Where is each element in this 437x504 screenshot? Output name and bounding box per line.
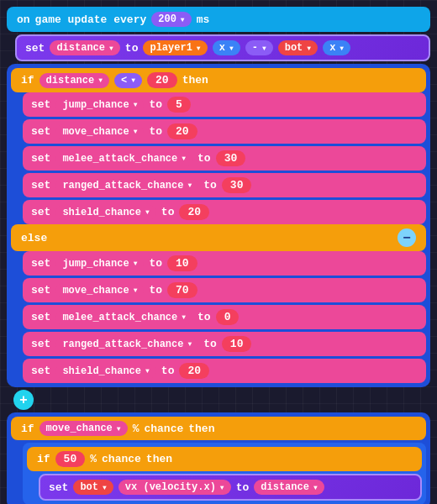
bottom-if1-pct: % — [133, 423, 140, 435]
to-label-mac2: to — [197, 311, 211, 323]
ranged-attack-chance-pill-then[interactable]: ranged_attack_chance ▼ — [55, 178, 198, 193]
else-body: set jump_chance ▼ to 10 set move_chance … — [23, 251, 426, 383]
set-label-mac1: set — [31, 152, 50, 165]
set-jump-chance-else: set jump_chance ▼ to 10 — [23, 251, 426, 276]
move-chance-pill-then[interactable]: move_chance ▼ — [55, 124, 144, 139]
axis1-dropdown-icon: ▼ — [229, 45, 234, 52]
bottom-set-distance-pill[interactable]: distance ▼ — [254, 480, 324, 495]
bottom-set-bot-pill[interactable]: bot ▼ — [73, 480, 113, 495]
set-melee-chance-then: set melee_attack_chance ▼ to 30 — [23, 146, 426, 171]
bottom-if2-chance: chance — [102, 453, 141, 465]
to-label-jc2: to — [149, 257, 162, 270]
add-button-row: + — [7, 390, 430, 410]
ranged-attack-chance-pill-else[interactable]: ranged_attack_chance ▼ — [55, 337, 198, 352]
move-chance-pill-else[interactable]: move_chance ▼ — [55, 283, 144, 298]
set-label-mc1: set — [31, 125, 50, 138]
melee-attack-chance-pill-then[interactable]: melee_attack_chance ▼ — [55, 151, 192, 166]
jump-chance-val-then[interactable]: 5 — [167, 97, 191, 113]
bottom-if1-outer: if move_chance ▼ % chance then if 50 % c… — [7, 412, 430, 504]
ms-value-pill[interactable]: 200 ▼ — [151, 12, 191, 27]
else-collapse-button[interactable]: − — [398, 228, 416, 247]
set-ranged-chance-else: set ranged_attack_chance ▼ to 10 — [23, 332, 426, 356]
ms-label: ms — [197, 13, 210, 26]
if-operator-pill[interactable]: < ▼ — [114, 73, 142, 88]
jump-chance-val-else[interactable]: 10 — [167, 255, 197, 271]
if-label: if — [21, 74, 34, 87]
set-label-rac2: set — [31, 338, 50, 350]
bottom-set-to-label: to — [236, 481, 250, 494]
bottom-if2-outer: if 50 % chance then set bot ▼ vx (veloci… — [23, 443, 426, 504]
set-label-mc2: set — [31, 284, 50, 297]
jump-chance-pill-then[interactable]: jump_chance ▼ — [55, 97, 144, 113]
to-label-mc2: to — [149, 284, 162, 297]
ms-dropdown-icon: ▼ — [181, 16, 185, 24]
operator-dropdown-icon: ▼ — [262, 45, 266, 52]
set-label-jc1: set — [31, 98, 50, 111]
player1-pill[interactable]: player1 ▼ — [143, 40, 207, 55]
else-row: else − — [11, 224, 426, 251]
axis2-dropdown-icon: ▼ — [340, 45, 344, 52]
ranged-chance-val-else[interactable]: 10 — [222, 336, 252, 352]
to-label-distance: to — [125, 42, 139, 55]
melee-attack-chance-pill-else[interactable]: melee_attack_chance ▼ — [55, 310, 192, 325]
set-distance-row: set distance ▼ to player1 ▼ x ▼ - ▼ bot … — [15, 34, 430, 61]
bottom-set-label: set — [49, 481, 68, 494]
shield-chance-pill-else[interactable]: shield_chance ▼ — [55, 364, 155, 379]
bottom-if1-row: if move_chance ▼ % chance then — [11, 417, 426, 440]
if-operator-dropdown-icon: ▼ — [131, 76, 135, 84]
to-label-mac1: to — [197, 152, 211, 165]
ranged-chance-val-then[interactable]: 30 — [222, 177, 252, 193]
bottom-set-row: set bot ▼ vx (velocity.x) ▼ to distance … — [39, 474, 422, 501]
if-value-pill[interactable]: 20 — [147, 72, 177, 88]
bottom-if1-then: then — [188, 423, 214, 435]
on-label: on — [17, 13, 30, 26]
move-chance-val-else[interactable]: 70 — [167, 282, 197, 298]
shield-chance-val-then[interactable]: 20 — [179, 204, 209, 220]
bottom-if2-pct: % — [90, 453, 97, 465]
game-update-header: on game update every 200 ▼ ms — [7, 7, 430, 32]
move-chance-val-then[interactable]: 20 — [167, 123, 197, 139]
axis2-pill[interactable]: x ▼ — [323, 40, 350, 55]
set-label-sc1: set — [31, 206, 50, 218]
to-label-rac2: to — [203, 338, 217, 350]
bot-pill[interactable]: bot ▼ — [278, 40, 318, 55]
then-body: set jump_chance ▼ to 5 set move_chance ▼… — [23, 92, 426, 224]
bottom-if2-row: if 50 % chance then — [27, 447, 422, 471]
to-label-jc1: to — [149, 98, 162, 111]
set-move-chance-else: set move_chance ▼ to 70 — [23, 278, 426, 302]
distance-var-pill[interactable]: distance ▼ — [50, 40, 119, 55]
axis1-pill[interactable]: x ▼ — [213, 40, 240, 55]
set-label-jc2: set — [31, 257, 50, 270]
add-block-button[interactable]: + — [13, 390, 34, 410]
to-label-mc1: to — [149, 125, 162, 138]
set-ranged-chance-then: set ranged_attack_chance ▼ to 30 — [23, 173, 426, 197]
else-label: else — [21, 232, 47, 244]
if-row: if distance ▼ < ▼ 20 then — [11, 68, 426, 92]
to-label-rac1: to — [203, 179, 217, 192]
set-label-distance: set — [25, 42, 45, 55]
shield-chance-val-else[interactable]: 20 — [179, 363, 209, 379]
game-update-label: game update every — [35, 13, 147, 26]
bottom-if2-value[interactable]: 50 — [55, 451, 86, 467]
shield-chance-pill-then[interactable]: shield_chance ▼ — [55, 205, 155, 220]
if-distance-pill[interactable]: distance ▼ — [39, 73, 109, 88]
if-else-outer-block: if distance ▼ < ▼ 20 then set jump_chanc… — [7, 64, 430, 387]
bottom-if1-var-pill[interactable]: move_chance ▼ — [39, 421, 128, 436]
set-shield-chance-else: set shield_chance ▼ to 20 — [23, 359, 426, 383]
set-label-mac2: set — [31, 311, 50, 323]
to-label-sc1: to — [161, 206, 175, 218]
set-move-chance-then: set move_chance ▼ to 20 — [23, 119, 426, 144]
set-label-rac1: set — [31, 179, 50, 192]
set-label-sc2: set — [31, 365, 50, 377]
bottom-if2-then: then — [146, 453, 172, 465]
player1-dropdown-icon: ▼ — [197, 45, 201, 52]
bottom-set-vx-pill[interactable]: vx (velocity.x) ▼ — [118, 480, 231, 495]
operator-pill-minus[interactable]: - ▼ — [245, 40, 273, 55]
bottom-if2-label: if — [37, 453, 50, 465]
jump-chance-pill-else[interactable]: jump_chance ▼ — [55, 256, 144, 271]
bottom-set-row-wrapper: set bot ▼ vx (velocity.x) ▼ to distance … — [39, 474, 422, 501]
melee-chance-val-then[interactable]: 30 — [216, 150, 246, 166]
distance-dropdown-icon: ▼ — [109, 45, 113, 52]
melee-chance-val-else[interactable]: 0 — [216, 309, 240, 325]
if-then-label: then — [182, 74, 208, 87]
